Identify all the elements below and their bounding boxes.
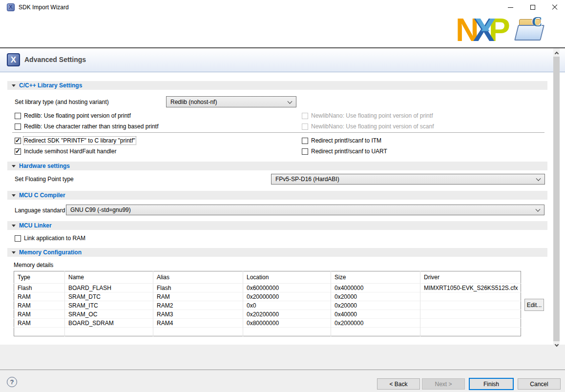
checkbox-label: Redirect printf/scanf to UART	[311, 148, 387, 155]
checkbox-label: Link application to RAM	[24, 235, 85, 242]
column-header[interactable]: Alias	[153, 271, 243, 284]
memory-table[interactable]: TypeNameAliasLocationSizeDriver FlashBOA…	[14, 271, 521, 336]
table-row[interactable]: RAMSRAM_ITCRAM20x00x20000	[14, 301, 521, 310]
chevron-down-icon	[288, 99, 293, 103]
section-title: Hardware settings	[19, 163, 70, 169]
scroll-up-button[interactable]	[553, 48, 560, 57]
table-cell	[14, 328, 65, 336]
close-button[interactable]	[544, 0, 565, 15]
column-header[interactable]: Type	[14, 271, 65, 284]
fpu-type-select[interactable]: FPv5-SP-D16 (HardABI)	[271, 174, 545, 185]
checkbox-redlib-char-printf[interactable]: Redlib: Use character rather than string…	[15, 123, 158, 130]
library-type-select[interactable]: Redlib (nohost-nf)	[166, 96, 296, 107]
table-cell	[420, 301, 521, 310]
edit-button[interactable]: Edit...	[524, 299, 544, 311]
section-title: C/C++ Library Settings	[19, 82, 82, 89]
column-header[interactable]: Driver	[420, 271, 521, 284]
vertical-scrollbar[interactable]	[553, 48, 560, 350]
page-title: Advanced Settings	[24, 56, 86, 63]
table-cell: Flash	[14, 284, 65, 292]
table-cell: 0x20000	[331, 301, 420, 310]
table-row[interactable]	[14, 328, 521, 336]
table-header-row: TypeNameAliasLocationSizeDriver	[14, 271, 521, 284]
table-cell: SRAM_ITC	[65, 301, 153, 310]
section-title: MCU C Compiler	[19, 192, 65, 199]
table-cell	[420, 328, 521, 336]
section-hardware-settings[interactable]: Hardware settings	[7, 162, 547, 170]
scrollbar-thumb[interactable]	[553, 57, 560, 341]
table-cell: 0x20000000	[243, 292, 331, 301]
table-cell: 0x20200000	[243, 310, 331, 319]
maximize-button[interactable]	[523, 0, 543, 15]
minimize-icon	[508, 7, 513, 8]
table-cell	[420, 292, 521, 301]
checkbox-box	[15, 138, 21, 144]
checkbox-box	[15, 148, 21, 155]
table-row[interactable]: RAMBOARD_SDRAMRAM40x800000000x2000000	[14, 319, 521, 328]
section-title: Memory Configuration	[19, 249, 82, 256]
checkbox-label: Redlib: Use character rather than string…	[24, 123, 158, 130]
maximize-icon	[530, 5, 535, 10]
cancel-button[interactable]: Cancel	[518, 378, 561, 390]
section-mcu-linker[interactable]: MCU Linker	[7, 221, 547, 230]
logo-strip: N XX P C	[0, 15, 565, 47]
checkbox-label: Redirect printf/scanf to ITM	[311, 137, 381, 144]
table-cell: BOARD_FLASH	[65, 284, 153, 292]
table-cell: Flash	[153, 284, 243, 292]
back-button[interactable]: < Back	[377, 378, 420, 390]
fpu-type-label: Set Floating Point type	[15, 176, 74, 183]
close-icon	[552, 4, 558, 10]
section-mcu-c-compiler[interactable]: MCU C Compiler	[7, 191, 547, 200]
chevron-down-icon	[536, 176, 541, 181]
table-cell	[420, 310, 521, 319]
table-row[interactable]: FlashBOARD_FLASHFlash0x600000000x4000000…	[14, 284, 521, 292]
checkbox-label: NewlibNano: Use floating point version o…	[311, 123, 434, 130]
column-header[interactable]: Location	[243, 271, 331, 284]
finish-button[interactable]: Finish	[469, 378, 514, 390]
language-standard-label: Language standard	[15, 207, 65, 214]
table-cell: RAM4	[153, 319, 243, 328]
checkbox-link-to-ram[interactable]: Link application to RAM	[15, 234, 85, 242]
chevron-down-icon	[536, 207, 541, 212]
nxp-logo: N XX P C	[456, 16, 545, 45]
checkbox-label: Redirect SDK "PRINTF" to C library "prin…	[24, 137, 135, 144]
language-standard-select[interactable]: GNU C99 (-std=gnu99)	[66, 205, 544, 215]
next-button: Next >	[422, 378, 465, 390]
chevron-up-icon	[554, 51, 558, 55]
table-cell: 0x60000000	[243, 284, 331, 292]
table-row[interactable]: RAMSRAM_OCRAM30x202000000x40000	[14, 310, 521, 319]
collapse-triangle-icon	[12, 84, 16, 87]
checkbox-group-separator	[12, 132, 544, 133]
checkbox-label: NewlibNano: Use floating point version o…	[311, 112, 433, 119]
scroll-down-button[interactable]	[553, 341, 560, 350]
help-button[interactable]: ?	[7, 377, 17, 387]
table-cell	[243, 328, 331, 336]
column-header[interactable]: Name	[65, 271, 153, 284]
c-project-folder-icon: C	[515, 16, 545, 44]
checkbox-newlibnano-float-printf[interactable]: NewlibNano: Use floating point version o…	[302, 112, 433, 120]
checkbox-label: Redlib: Use floating point version of pr…	[24, 112, 131, 119]
table-cell: 0x2000000	[331, 319, 420, 328]
fpu-type-value: FPv5-SP-D16 (HardABI)	[275, 176, 339, 183]
table-cell: RAM	[14, 319, 65, 328]
checkbox-redirect-uart[interactable]: Redirect printf/scanf to UART	[302, 147, 387, 155]
checkbox-box	[15, 124, 21, 130]
section-memory-configuration[interactable]: Memory Configuration	[7, 248, 547, 257]
section-library-settings[interactable]: C/C++ Library Settings	[7, 81, 547, 90]
table-cell: 0x80000000	[243, 319, 331, 328]
table-cell	[331, 328, 420, 336]
table-cell: MIMXRT1050-EVK_S26KS512S.cfx	[420, 284, 521, 292]
checkbox-redirect-sdk-printf[interactable]: Redirect SDK "PRINTF" to C library "prin…	[15, 137, 135, 144]
chevron-down-icon	[554, 342, 558, 346]
checkbox-semihost-hardfault[interactable]: Include semihost HardFault handler	[15, 147, 116, 155]
table-row[interactable]: RAMSRAM_DTCRAM0x200000000x20000	[14, 292, 521, 301]
table-cell: RAM	[153, 292, 243, 301]
checkbox-newlibnano-float-scanf[interactable]: NewlibNano: Use floating point version o…	[302, 123, 434, 130]
checkbox-redirect-itm[interactable]: Redirect printf/scanf to ITM	[302, 137, 381, 144]
checkbox-redlib-float-printf[interactable]: Redlib: Use floating point version of pr…	[15, 112, 131, 120]
table-cell: RAM	[14, 301, 65, 310]
column-header[interactable]: Size	[331, 271, 420, 284]
app-icon: X	[7, 3, 15, 11]
table-cell	[65, 328, 153, 336]
table-cell	[153, 328, 243, 336]
